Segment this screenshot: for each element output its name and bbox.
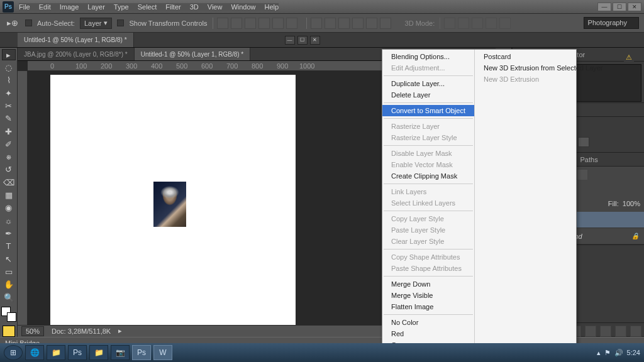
title-tab[interactable]: Untitled-1 @ 50% (Layer 1, RGB/8) * xyxy=(18,33,134,47)
context-item[interactable]: Red xyxy=(382,328,474,339)
canvas[interactable] xyxy=(50,75,296,325)
status-arrow-icon[interactable]: ▸ xyxy=(118,327,122,335)
eyedropper-tool[interactable]: ✎ xyxy=(2,113,16,124)
align-icon[interactable] xyxy=(217,18,228,29)
menu-type[interactable]: Type xyxy=(114,3,129,11)
context-item: Clear Layer Style xyxy=(382,236,474,247)
warning-icon[interactable]: ⚠ xyxy=(624,53,634,62)
history-brush-tool[interactable]: ↺ xyxy=(2,164,16,175)
context-item[interactable]: Merge Visible xyxy=(382,290,474,301)
menu-filter[interactable]: Filter xyxy=(165,3,180,11)
gradient-tool[interactable]: ▦ xyxy=(2,189,16,200)
type-tool[interactable]: T xyxy=(2,241,16,252)
zoom-tool[interactable]: 🔍 xyxy=(2,292,16,303)
3d-icon[interactable] xyxy=(458,18,469,29)
sub-close[interactable]: ✕ xyxy=(310,36,320,45)
align-icon[interactable] xyxy=(245,18,256,29)
sub-maximize[interactable]: ☐ xyxy=(297,36,308,45)
wand-tool[interactable]: ✦ xyxy=(2,87,16,99)
menu-file[interactable]: File xyxy=(19,3,30,11)
menu-layer[interactable]: Layer xyxy=(87,3,105,11)
distribute-icon[interactable] xyxy=(352,18,364,29)
context-item[interactable]: Duplicate Layer... xyxy=(382,78,474,89)
workspace-select[interactable]: Photography xyxy=(584,17,639,29)
menu-view[interactable]: View xyxy=(208,3,223,11)
menu-edit[interactable]: Edit xyxy=(39,3,51,11)
context-item[interactable]: Delete Layer xyxy=(382,89,474,101)
doc-tab[interactable]: JBA.jpg @ 200% (Layer 0, RGB/8*) * xyxy=(18,48,135,60)
fill-field[interactable]: 100% xyxy=(623,200,640,207)
autoselect-checkbox[interactable] xyxy=(25,19,32,26)
hand-tool[interactable]: ✋ xyxy=(2,279,16,290)
heal-tool[interactable]: ✚ xyxy=(2,126,16,137)
align-icon[interactable] xyxy=(272,18,284,29)
tray-icon[interactable]: ⚑ xyxy=(604,349,611,357)
context-item[interactable]: Merge Down xyxy=(382,278,474,290)
menu-window[interactable]: Window xyxy=(231,3,255,11)
start-button[interactable]: ⊞ xyxy=(4,345,23,360)
taskbar-app[interactable]: 📷 xyxy=(111,345,130,360)
marquee-tool[interactable]: ◌ xyxy=(2,62,16,73)
placed-image[interactable] xyxy=(153,182,186,227)
transform-checkbox[interactable] xyxy=(117,19,124,26)
move-tool[interactable]: ▸ xyxy=(2,49,16,60)
taskbar-app[interactable]: Ps xyxy=(132,345,151,360)
lasso-tool[interactable]: ⌇ xyxy=(2,75,16,86)
align-icon[interactable] xyxy=(231,18,242,29)
minimize-button[interactable]: — xyxy=(597,3,611,11)
3d-icon[interactable] xyxy=(499,18,511,29)
trash-icon[interactable] xyxy=(630,326,641,337)
eraser-tool[interactable]: ⌫ xyxy=(2,177,16,188)
distribute-icon[interactable] xyxy=(338,18,350,29)
tray-icon[interactable]: 🔊 xyxy=(614,349,623,357)
distribute-icon[interactable] xyxy=(311,18,322,29)
clock[interactable]: 5:24 xyxy=(627,349,640,356)
tray-icon[interactable]: ▴ xyxy=(597,349,601,357)
menu-select[interactable]: Select xyxy=(138,3,157,11)
3d-icon[interactable] xyxy=(486,18,497,29)
menu-help[interactable]: Help xyxy=(265,3,279,11)
menu-image[interactable]: Image xyxy=(60,3,79,11)
autoselect-target[interactable]: Layer▾ xyxy=(80,18,113,29)
context-item[interactable]: No Color xyxy=(382,317,474,328)
context-item[interactable]: Create Clipping Mask xyxy=(382,170,474,182)
taskbar-app[interactable]: 🌐 xyxy=(25,345,44,360)
context-item[interactable]: New 3D Extrusion from Selected Layer xyxy=(475,62,612,74)
context-item[interactable]: Postcard xyxy=(475,51,612,62)
toolbox: ▸ ◌ ⌇ ✦ ✂ ✎ ✚ ✐ ⎈ ↺ ⌫ ▦ ◉ ☼ ✒ T ↖ ▭ ✋ 🔍 xyxy=(0,48,18,337)
pen-tool[interactable]: ✒ xyxy=(2,228,16,239)
taskbar-app[interactable]: Ps xyxy=(68,345,87,360)
zoom-field[interactable]: 50% xyxy=(21,326,44,336)
path-tool[interactable]: ↖ xyxy=(2,253,16,265)
maximize-button[interactable]: ☐ xyxy=(613,3,626,11)
taskbar-app[interactable]: 📁 xyxy=(89,345,108,360)
align-icon[interactable] xyxy=(286,18,297,29)
distribute-icon[interactable] xyxy=(325,18,336,29)
3d-icon[interactable] xyxy=(472,18,483,29)
doc-tab[interactable]: Untitled-1 @ 50% (Layer 1, RGB/8) * xyxy=(135,48,251,60)
color-swatches[interactable] xyxy=(1,307,16,322)
menu-3d[interactable]: 3D xyxy=(190,3,199,11)
context-item[interactable]: Convert to Smart Object xyxy=(382,105,474,116)
close-button[interactable]: ✕ xyxy=(628,3,641,11)
move-tool-icon[interactable]: ▸⊕ xyxy=(5,17,20,30)
distribute-icon[interactable] xyxy=(380,18,391,29)
sub-minimize[interactable]: — xyxy=(285,36,295,45)
3d-icon[interactable] xyxy=(444,18,455,29)
blur-tool[interactable]: ◉ xyxy=(2,202,16,214)
taskbar-app[interactable]: W xyxy=(153,345,172,360)
foreground-color[interactable] xyxy=(3,326,15,337)
distribute-icon[interactable] xyxy=(366,18,377,29)
context-item[interactable]: Flatten Image xyxy=(382,301,474,312)
dodge-tool[interactable]: ☼ xyxy=(2,215,16,226)
crop-tool[interactable]: ✂ xyxy=(2,100,16,111)
app-logo: Ps xyxy=(3,1,14,13)
align-icon[interactable] xyxy=(258,18,270,29)
new-layer-icon[interactable] xyxy=(615,326,626,337)
taskbar-app[interactable]: 📁 xyxy=(47,345,65,360)
context-item: Edit Adjustment... xyxy=(382,62,474,74)
brush-tool[interactable]: ✐ xyxy=(2,138,16,150)
context-item[interactable]: Blending Options... xyxy=(382,51,474,62)
shape-tool[interactable]: ▭ xyxy=(2,266,16,277)
stamp-tool[interactable]: ⎈ xyxy=(2,151,16,163)
